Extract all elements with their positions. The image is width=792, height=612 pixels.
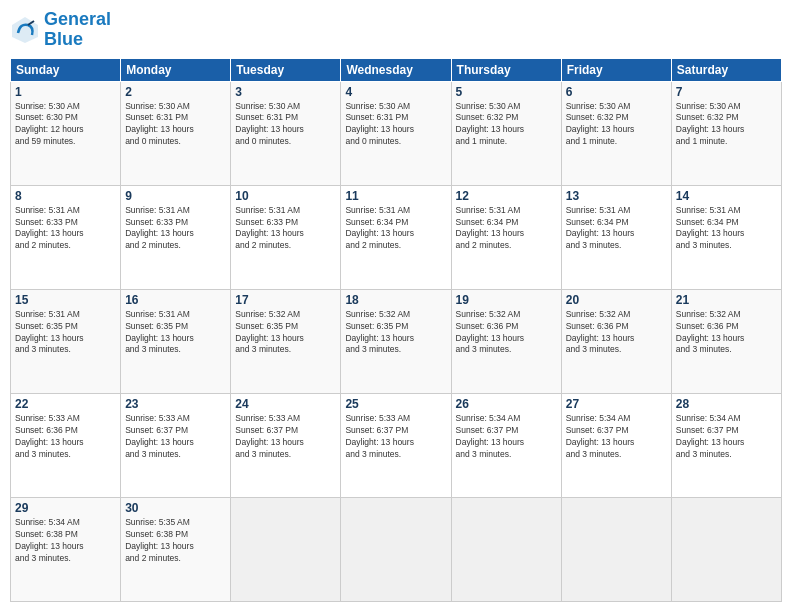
day-info: Sunrise: 5:31 AM Sunset: 6:34 PM Dayligh… [345, 205, 446, 253]
day-number: 21 [676, 293, 777, 307]
day-cell: 2Sunrise: 5:30 AM Sunset: 6:31 PM Daylig… [121, 81, 231, 185]
weekday-header-monday: Monday [121, 58, 231, 81]
day-info: Sunrise: 5:31 AM Sunset: 6:33 PM Dayligh… [235, 205, 336, 253]
day-cell [451, 497, 561, 601]
day-info: Sunrise: 5:31 AM Sunset: 6:34 PM Dayligh… [456, 205, 557, 253]
day-cell [231, 497, 341, 601]
day-cell: 9Sunrise: 5:31 AM Sunset: 6:33 PM Daylig… [121, 185, 231, 289]
day-number: 8 [15, 189, 116, 203]
day-cell: 12Sunrise: 5:31 AM Sunset: 6:34 PM Dayli… [451, 185, 561, 289]
day-info: Sunrise: 5:31 AM Sunset: 6:34 PM Dayligh… [676, 205, 777, 253]
day-info: Sunrise: 5:31 AM Sunset: 6:33 PM Dayligh… [125, 205, 226, 253]
day-cell: 5Sunrise: 5:30 AM Sunset: 6:32 PM Daylig… [451, 81, 561, 185]
day-cell: 24Sunrise: 5:33 AM Sunset: 6:37 PM Dayli… [231, 393, 341, 497]
day-info: Sunrise: 5:30 AM Sunset: 6:32 PM Dayligh… [456, 101, 557, 149]
week-row-4: 22Sunrise: 5:33 AM Sunset: 6:36 PM Dayli… [11, 393, 782, 497]
page: General Blue SundayMondayTuesdayWednesda… [0, 0, 792, 612]
week-row-5: 29Sunrise: 5:34 AM Sunset: 6:38 PM Dayli… [11, 497, 782, 601]
day-cell: 14Sunrise: 5:31 AM Sunset: 6:34 PM Dayli… [671, 185, 781, 289]
day-number: 18 [345, 293, 446, 307]
day-cell: 26Sunrise: 5:34 AM Sunset: 6:37 PM Dayli… [451, 393, 561, 497]
day-info: Sunrise: 5:34 AM Sunset: 6:37 PM Dayligh… [676, 413, 777, 461]
day-info: Sunrise: 5:30 AM Sunset: 6:32 PM Dayligh… [566, 101, 667, 149]
day-cell: 28Sunrise: 5:34 AM Sunset: 6:37 PM Dayli… [671, 393, 781, 497]
week-row-1: 1Sunrise: 5:30 AM Sunset: 6:30 PM Daylig… [11, 81, 782, 185]
day-cell: 11Sunrise: 5:31 AM Sunset: 6:34 PM Dayli… [341, 185, 451, 289]
day-number: 23 [125, 397, 226, 411]
day-cell: 1Sunrise: 5:30 AM Sunset: 6:30 PM Daylig… [11, 81, 121, 185]
logo: General Blue [10, 10, 111, 50]
day-cell: 29Sunrise: 5:34 AM Sunset: 6:38 PM Dayli… [11, 497, 121, 601]
day-cell: 3Sunrise: 5:30 AM Sunset: 6:31 PM Daylig… [231, 81, 341, 185]
day-info: Sunrise: 5:30 AM Sunset: 6:31 PM Dayligh… [235, 101, 336, 149]
day-number: 7 [676, 85, 777, 99]
day-number: 11 [345, 189, 446, 203]
day-number: 3 [235, 85, 336, 99]
day-info: Sunrise: 5:31 AM Sunset: 6:34 PM Dayligh… [566, 205, 667, 253]
week-row-3: 15Sunrise: 5:31 AM Sunset: 6:35 PM Dayli… [11, 289, 782, 393]
day-info: Sunrise: 5:34 AM Sunset: 6:37 PM Dayligh… [456, 413, 557, 461]
day-number: 24 [235, 397, 336, 411]
weekday-header-saturday: Saturday [671, 58, 781, 81]
day-info: Sunrise: 5:32 AM Sunset: 6:36 PM Dayligh… [566, 309, 667, 357]
day-cell: 6Sunrise: 5:30 AM Sunset: 6:32 PM Daylig… [561, 81, 671, 185]
day-info: Sunrise: 5:32 AM Sunset: 6:36 PM Dayligh… [456, 309, 557, 357]
day-cell: 23Sunrise: 5:33 AM Sunset: 6:37 PM Dayli… [121, 393, 231, 497]
day-number: 9 [125, 189, 226, 203]
day-cell: 7Sunrise: 5:30 AM Sunset: 6:32 PM Daylig… [671, 81, 781, 185]
day-number: 22 [15, 397, 116, 411]
day-number: 28 [676, 397, 777, 411]
day-number: 16 [125, 293, 226, 307]
day-info: Sunrise: 5:32 AM Sunset: 6:36 PM Dayligh… [676, 309, 777, 357]
day-number: 29 [15, 501, 116, 515]
day-cell: 20Sunrise: 5:32 AM Sunset: 6:36 PM Dayli… [561, 289, 671, 393]
day-cell: 17Sunrise: 5:32 AM Sunset: 6:35 PM Dayli… [231, 289, 341, 393]
day-info: Sunrise: 5:31 AM Sunset: 6:35 PM Dayligh… [125, 309, 226, 357]
day-info: Sunrise: 5:33 AM Sunset: 6:36 PM Dayligh… [15, 413, 116, 461]
day-info: Sunrise: 5:35 AM Sunset: 6:38 PM Dayligh… [125, 517, 226, 565]
weekday-header-thursday: Thursday [451, 58, 561, 81]
day-info: Sunrise: 5:32 AM Sunset: 6:35 PM Dayligh… [235, 309, 336, 357]
weekday-header-friday: Friday [561, 58, 671, 81]
day-cell: 27Sunrise: 5:34 AM Sunset: 6:37 PM Dayli… [561, 393, 671, 497]
day-info: Sunrise: 5:33 AM Sunset: 6:37 PM Dayligh… [345, 413, 446, 461]
day-info: Sunrise: 5:34 AM Sunset: 6:37 PM Dayligh… [566, 413, 667, 461]
day-cell: 13Sunrise: 5:31 AM Sunset: 6:34 PM Dayli… [561, 185, 671, 289]
day-cell: 18Sunrise: 5:32 AM Sunset: 6:35 PM Dayli… [341, 289, 451, 393]
day-info: Sunrise: 5:30 AM Sunset: 6:30 PM Dayligh… [15, 101, 116, 149]
calendar-body: 1Sunrise: 5:30 AM Sunset: 6:30 PM Daylig… [11, 81, 782, 601]
day-number: 26 [456, 397, 557, 411]
day-info: Sunrise: 5:30 AM Sunset: 6:32 PM Dayligh… [676, 101, 777, 149]
day-number: 10 [235, 189, 336, 203]
logo-text: General Blue [44, 10, 111, 50]
svg-marker-0 [12, 17, 38, 43]
day-number: 2 [125, 85, 226, 99]
weekday-header: SundayMondayTuesdayWednesdayThursdayFrid… [11, 58, 782, 81]
weekday-header-tuesday: Tuesday [231, 58, 341, 81]
day-cell [561, 497, 671, 601]
day-number: 14 [676, 189, 777, 203]
logo-icon [10, 15, 40, 45]
day-cell: 16Sunrise: 5:31 AM Sunset: 6:35 PM Dayli… [121, 289, 231, 393]
day-number: 19 [456, 293, 557, 307]
day-cell: 30Sunrise: 5:35 AM Sunset: 6:38 PM Dayli… [121, 497, 231, 601]
day-cell: 15Sunrise: 5:31 AM Sunset: 6:35 PM Dayli… [11, 289, 121, 393]
day-number: 12 [456, 189, 557, 203]
day-cell: 19Sunrise: 5:32 AM Sunset: 6:36 PM Dayli… [451, 289, 561, 393]
day-cell: 4Sunrise: 5:30 AM Sunset: 6:31 PM Daylig… [341, 81, 451, 185]
day-number: 4 [345, 85, 446, 99]
day-number: 25 [345, 397, 446, 411]
day-info: Sunrise: 5:33 AM Sunset: 6:37 PM Dayligh… [235, 413, 336, 461]
week-row-2: 8Sunrise: 5:31 AM Sunset: 6:33 PM Daylig… [11, 185, 782, 289]
day-cell: 22Sunrise: 5:33 AM Sunset: 6:36 PM Dayli… [11, 393, 121, 497]
day-number: 5 [456, 85, 557, 99]
day-number: 27 [566, 397, 667, 411]
weekday-header-sunday: Sunday [11, 58, 121, 81]
day-cell [341, 497, 451, 601]
day-info: Sunrise: 5:31 AM Sunset: 6:33 PM Dayligh… [15, 205, 116, 253]
day-cell: 21Sunrise: 5:32 AM Sunset: 6:36 PM Dayli… [671, 289, 781, 393]
day-number: 30 [125, 501, 226, 515]
day-info: Sunrise: 5:32 AM Sunset: 6:35 PM Dayligh… [345, 309, 446, 357]
weekday-header-wednesday: Wednesday [341, 58, 451, 81]
day-info: Sunrise: 5:31 AM Sunset: 6:35 PM Dayligh… [15, 309, 116, 357]
